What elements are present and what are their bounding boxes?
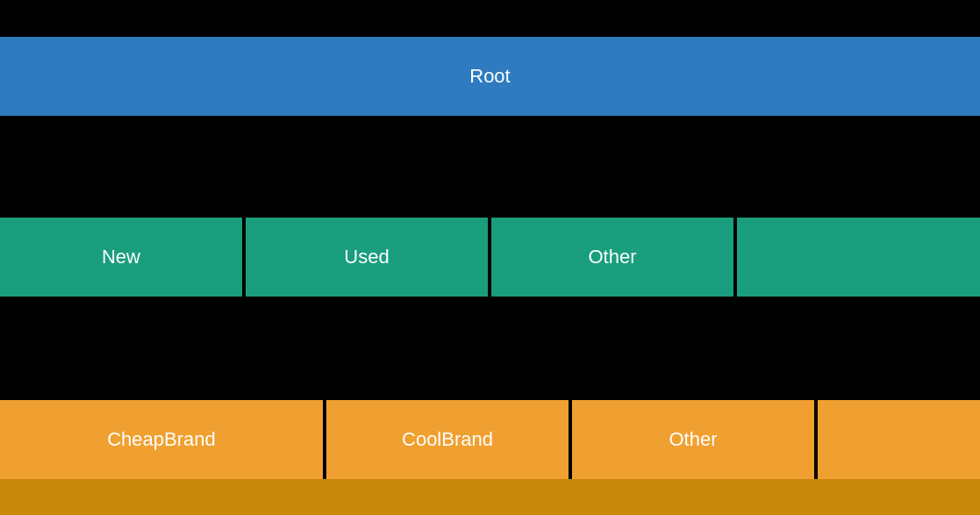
cheapbrand-label: CheapBrand [107,428,216,451]
node-new[interactable]: New [0,218,244,297]
vert-div-teal-1 [244,218,246,297]
node-root[interactable]: Root [0,37,980,116]
vert-div-orange-2 [570,400,572,479]
root-label: Root [469,65,510,88]
other-orange-label: Other [669,428,717,451]
treemap-container: Root New Used Other CheapBrand CoolBrand… [0,0,980,515]
node-other-teal[interactable]: Other [491,218,735,297]
vert-div-orange-3 [816,400,818,479]
coolbrand-label: CoolBrand [402,428,493,451]
other-teal-label: Other [588,246,636,268]
new-label: New [102,246,140,268]
node-extra-teal[interactable] [737,218,980,297]
node-used[interactable]: Used [246,218,490,297]
vert-div-teal-2 [490,218,491,297]
vert-div-orange-1 [325,400,326,479]
bottom-strip [0,479,980,515]
used-label: Used [344,246,389,268]
node-other-orange[interactable]: Other [572,400,816,479]
node-extra-orange[interactable] [818,400,980,479]
black-row-2 [0,298,980,398]
node-cheapbrand[interactable]: CheapBrand [0,400,325,479]
top-strip [0,0,980,37]
vert-div-teal-3 [735,218,737,297]
black-row-1 [0,118,980,216]
node-coolbrand[interactable]: CoolBrand [326,400,570,479]
